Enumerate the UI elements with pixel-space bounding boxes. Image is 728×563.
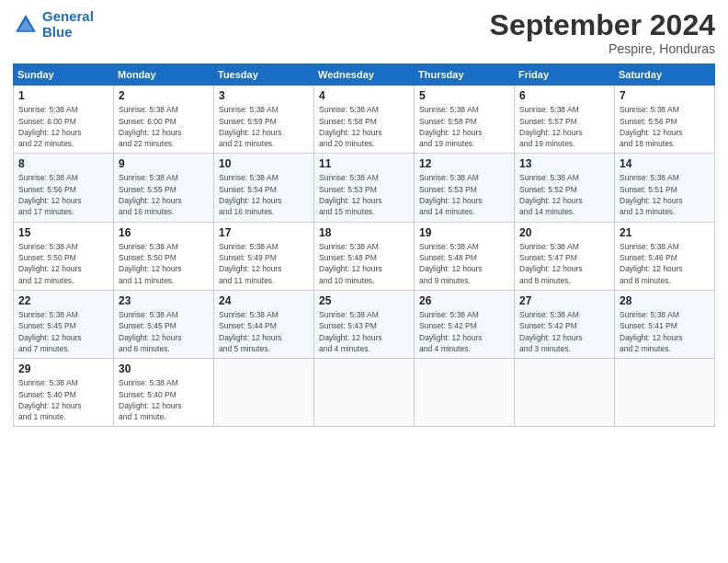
calendar-cell: 26Sunrise: 5:38 AMSunset: 5:42 PMDayligh… [415,290,515,358]
day-number: 25 [319,294,410,307]
day-info: Sunrise: 5:38 AMSunset: 5:43 PMDaylight:… [319,309,410,354]
day-number: 3 [219,89,310,102]
day-info: Sunrise: 5:38 AMSunset: 5:49 PMDaylight:… [219,241,310,286]
day-info: Sunrise: 5:38 AMSunset: 5:50 PMDaylight:… [18,241,109,286]
day-info: Sunrise: 5:38 AMSunset: 5:54 PMDaylight:… [219,172,310,217]
calendar-cell: 11Sunrise: 5:38 AMSunset: 5:53 PMDayligh… [314,154,415,222]
day-number: 4 [319,89,410,102]
day-info: Sunrise: 5:38 AMSunset: 5:53 PMDaylight:… [419,172,510,217]
calendar-cell: 19Sunrise: 5:38 AMSunset: 5:48 PMDayligh… [415,222,515,290]
day-info: Sunrise: 5:38 AMSunset: 6:00 PMDaylight:… [18,104,109,149]
calendar-cell: 9Sunrise: 5:38 AMSunset: 5:55 PMDaylight… [114,154,214,222]
day-number: 30 [119,362,210,375]
day-number: 1 [18,89,109,102]
day-info: Sunrise: 5:38 AMSunset: 5:58 PMDaylight:… [419,104,510,149]
calendar-cell: 8Sunrise: 5:38 AMSunset: 5:56 PMDaylight… [14,154,114,222]
day-number: 13 [519,157,610,170]
day-info: Sunrise: 5:38 AMSunset: 5:53 PMDaylight:… [319,172,410,217]
day-info: Sunrise: 5:38 AMSunset: 5:51 PMDaylight:… [620,172,711,217]
day-header-tuesday: Tuesday [214,64,314,86]
calendar-cell: 6Sunrise: 5:38 AMSunset: 5:57 PMDaylight… [515,86,615,154]
calendar-cell: 3Sunrise: 5:38 AMSunset: 5:59 PMDaylight… [214,86,314,154]
day-info: Sunrise: 5:38 AMSunset: 5:56 PMDaylight:… [18,172,109,217]
day-number: 14 [620,157,711,170]
day-number: 12 [419,157,510,170]
calendar-cell: 12Sunrise: 5:38 AMSunset: 5:53 PMDayligh… [415,154,515,222]
day-number: 7 [620,89,711,102]
calendar-cell: 29Sunrise: 5:38 AMSunset: 5:40 PMDayligh… [14,359,114,427]
calendar-cell: 14Sunrise: 5:38 AMSunset: 5:51 PMDayligh… [615,154,715,222]
calendar-cell [515,359,615,427]
day-info: Sunrise: 5:38 AMSunset: 5:42 PMDaylight:… [419,309,510,354]
day-header-saturday: Saturday [615,64,715,86]
day-number: 9 [119,157,210,170]
day-info: Sunrise: 5:38 AMSunset: 6:00 PMDaylight:… [119,104,210,149]
day-info: Sunrise: 5:38 AMSunset: 5:45 PMDaylight:… [119,309,210,354]
day-header-sunday: Sunday [14,64,114,86]
calendar-cell: 16Sunrise: 5:38 AMSunset: 5:50 PMDayligh… [114,222,214,290]
calendar-cell: 20Sunrise: 5:38 AMSunset: 5:47 PMDayligh… [515,222,615,290]
day-info: Sunrise: 5:38 AMSunset: 5:48 PMDaylight:… [419,241,510,286]
day-info: Sunrise: 5:38 AMSunset: 5:44 PMDaylight:… [219,309,310,354]
day-number: 11 [319,157,410,170]
day-info: Sunrise: 5:38 AMSunset: 5:59 PMDaylight:… [219,104,310,149]
month-title: September 2024 [490,9,715,41]
day-header-monday: Monday [114,64,214,86]
calendar-cell [615,359,715,427]
day-header-thursday: Thursday [415,64,515,86]
day-number: 22 [18,294,109,307]
day-number: 8 [18,157,109,170]
calendar-cell: 21Sunrise: 5:38 AMSunset: 5:46 PMDayligh… [615,222,715,290]
calendar-week-5: 29Sunrise: 5:38 AMSunset: 5:40 PMDayligh… [14,359,715,427]
day-number: 17 [219,226,310,239]
day-number: 29 [18,362,109,375]
day-number: 20 [519,226,610,239]
day-info: Sunrise: 5:38 AMSunset: 5:55 PMDaylight:… [119,172,210,217]
calendar-cell: 2Sunrise: 5:38 AMSunset: 6:00 PMDaylight… [114,86,214,154]
calendar-cell: 17Sunrise: 5:38 AMSunset: 5:49 PMDayligh… [214,222,314,290]
day-info: Sunrise: 5:38 AMSunset: 5:47 PMDaylight:… [519,241,610,286]
day-number: 2 [119,89,210,102]
calendar-cell: 1Sunrise: 5:38 AMSunset: 6:00 PMDaylight… [14,86,114,154]
calendar-week-2: 8Sunrise: 5:38 AMSunset: 5:56 PMDaylight… [14,154,715,222]
title-block: September 2024 Pespire, Honduras [490,9,715,56]
calendar-cell: 4Sunrise: 5:38 AMSunset: 5:58 PMDaylight… [314,86,415,154]
calendar-cell: 7Sunrise: 5:38 AMSunset: 5:56 PMDaylight… [615,86,715,154]
day-info: Sunrise: 5:38 AMSunset: 5:42 PMDaylight:… [519,309,610,354]
day-info: Sunrise: 5:38 AMSunset: 5:56 PMDaylight:… [620,104,711,149]
day-info: Sunrise: 5:38 AMSunset: 5:50 PMDaylight:… [119,241,210,286]
logo-icon [13,12,39,38]
calendar-week-4: 22Sunrise: 5:38 AMSunset: 5:45 PMDayligh… [14,290,715,358]
day-header-wednesday: Wednesday [314,64,415,86]
calendar-cell [415,359,515,427]
calendar-cell: 25Sunrise: 5:38 AMSunset: 5:43 PMDayligh… [314,290,415,358]
day-header-friday: Friday [515,64,615,86]
day-info: Sunrise: 5:38 AMSunset: 5:57 PMDaylight:… [519,104,610,149]
logo-text: General Blue [42,9,94,40]
day-number: 16 [119,226,210,239]
day-info: Sunrise: 5:38 AMSunset: 5:40 PMDaylight:… [119,377,210,422]
day-number: 15 [18,226,109,239]
calendar-cell: 5Sunrise: 5:38 AMSunset: 5:58 PMDaylight… [415,86,515,154]
day-number: 23 [119,294,210,307]
day-number: 5 [419,89,510,102]
calendar-cell: 24Sunrise: 5:38 AMSunset: 5:44 PMDayligh… [214,290,314,358]
day-number: 21 [620,226,711,239]
day-number: 24 [219,294,310,307]
calendar-cell: 10Sunrise: 5:38 AMSunset: 5:54 PMDayligh… [214,154,314,222]
location-subtitle: Pespire, Honduras [490,41,715,56]
calendar-cell: 30Sunrise: 5:38 AMSunset: 5:40 PMDayligh… [114,359,214,427]
day-info: Sunrise: 5:38 AMSunset: 5:40 PMDaylight:… [18,377,109,422]
calendar-header-row: SundayMondayTuesdayWednesdayThursdayFrid… [14,64,715,86]
day-info: Sunrise: 5:38 AMSunset: 5:48 PMDaylight:… [319,241,410,286]
calendar-cell: 13Sunrise: 5:38 AMSunset: 5:52 PMDayligh… [515,154,615,222]
day-info: Sunrise: 5:38 AMSunset: 5:58 PMDaylight:… [319,104,410,149]
calendar-week-1: 1Sunrise: 5:38 AMSunset: 6:00 PMDaylight… [14,86,715,154]
calendar-week-3: 15Sunrise: 5:38 AMSunset: 5:50 PMDayligh… [14,222,715,290]
logo: General Blue [13,9,94,40]
day-number: 19 [419,226,510,239]
calendar-cell [314,359,415,427]
header: General Blue September 2024 Pespire, Hon… [13,9,715,56]
calendar-table: SundayMondayTuesdayWednesdayThursdayFrid… [13,63,715,427]
calendar-cell: 28Sunrise: 5:38 AMSunset: 5:41 PMDayligh… [615,290,715,358]
